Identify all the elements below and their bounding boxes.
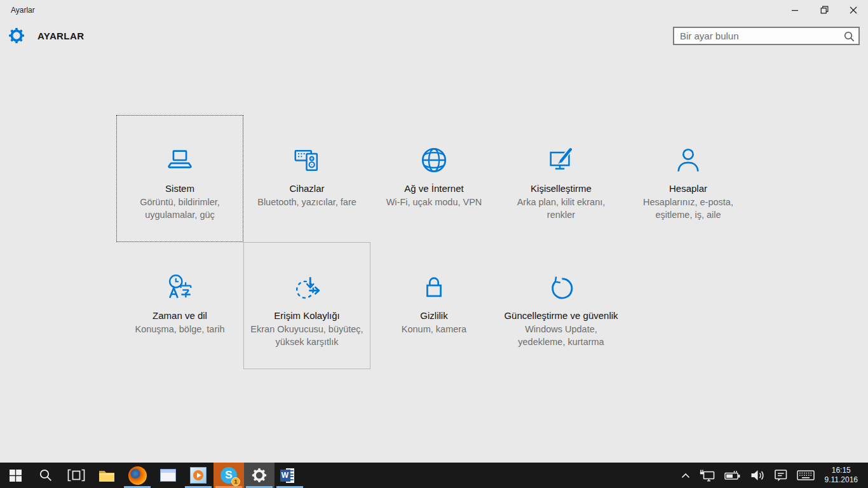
battery-tray-button[interactable] [720,463,745,488]
tile-ag-ve-internet[interactable]: Ağ ve İnternet Wi-Fi, uçak modu, VPN [370,115,498,242]
search-input[interactable] [674,30,839,41]
ease-of-access-icon [292,273,322,302]
search-button[interactable] [839,28,858,44]
file-explorer-button[interactable] [92,463,122,488]
tray-date: 9.11.2016 [825,475,858,485]
taskbar-clock[interactable]: 16:15 9.11.2016 [819,466,865,485]
tile-title: Zaman ve dil [153,309,207,322]
action-center-button[interactable] [770,463,792,488]
tray-overflow-button[interactable] [676,463,695,488]
tile-gizlilik[interactable]: Gizlilik Konum, kamera [370,242,498,369]
taskbar-search-button[interactable] [31,463,61,488]
task-view-button[interactable] [61,463,92,488]
restore-icon [820,6,829,14]
tile-title: Güncelleştirme ve güvenlik [504,309,618,322]
speaker-icon [750,469,765,482]
window-app-icon [160,469,176,482]
page-title: AYARLAR [37,30,84,41]
settings-categories-grid: Sistem Görüntü, bildirimler, uygulamalar… [116,115,752,369]
window-controls [780,0,868,20]
close-icon [850,6,857,14]
settings-gear-icon [8,27,25,44]
tile-cihazlar[interactable]: Cihazlar Bluetooth, yazıcılar, fare [243,115,370,242]
tile-title: Ağ ve İnternet [404,182,463,195]
windows-logo-icon [10,470,22,482]
skype-notification-badge: 1 [231,477,240,486]
taskbar: S 1 W [0,463,868,488]
minimize-icon [791,6,799,14]
media-player-button[interactable] [183,463,214,488]
touch-keyboard-button[interactable] [792,463,819,488]
firefox-icon [128,466,147,485]
tile-subtitle: Konum, kamera [402,323,466,336]
media-player-icon [190,467,207,484]
start-button[interactable] [0,463,31,488]
lock-icon [419,273,449,302]
tile-subtitle: Ekran Okuyucusu, büyüteç, yüksek karşıtl… [248,323,366,348]
personalization-icon [546,146,576,175]
search-box [673,27,860,45]
tile-title: Cihazlar [289,182,324,195]
tile-hesaplar[interactable]: Hesaplar Hesaplarınız, e-posta, eşitleme… [625,115,752,242]
word-icon: W [286,468,294,483]
word-button[interactable]: W [275,463,305,488]
tray-time: 16:15 [832,466,851,475]
laptop-icon [165,146,194,175]
tile-subtitle: Windows Update, yedekleme, kurtarma [502,323,620,348]
gear-icon [251,467,268,484]
minimize-button[interactable] [780,0,810,20]
window-title: Ayarlar [11,6,35,15]
tile-title: Sistem [165,182,194,195]
window-app-button[interactable] [153,463,183,488]
network-icon [700,469,715,482]
system-tray: 16:15 9.11.2016 [676,463,868,488]
tile-subtitle: Wi-Fi, uçak modu, VPN [386,196,482,208]
tile-subtitle: Görüntü, bildirimler, uygulamalar, güç [121,196,239,221]
tile-title: Erişim Kolaylığı [274,309,339,322]
tile-zaman-ve-dil[interactable]: Zaman ve dil Konuşma, bölge, tarih [116,242,243,369]
close-button[interactable] [839,0,868,20]
volume-tray-button[interactable] [745,463,770,488]
action-center-icon [774,469,788,482]
firefox-button[interactable] [122,463,153,488]
tile-title: Hesaplar [669,182,707,195]
skype-button[interactable]: S 1 [214,463,244,488]
tile-subtitle: Arka plan, kilit ekranı, renkler [502,196,620,221]
tile-title: Kişiselleştirme [531,182,592,195]
tile-subtitle: Hesaplarınız, e-posta, eşitleme, iş, ail… [629,196,747,221]
restore-button[interactable] [810,0,839,20]
tile-erisim-kolayligi[interactable]: Erişim Kolaylığı Ekran Okuyucusu, büyüte… [243,242,370,369]
keyboard-icon [797,470,815,481]
tile-subtitle: Bluetooth, yazıcılar, fare [257,196,356,208]
person-icon [674,146,703,175]
battery-charging-icon [724,470,741,481]
update-icon [546,273,576,302]
tile-kisisellestirme[interactable]: Kişiselleştirme Arka plan, kilit ekranı,… [498,115,625,242]
folder-icon [98,469,115,482]
tile-title: Gizlilik [420,309,447,322]
tile-guncellestirme-ve-guvenlik[interactable]: Güncelleştirme ve güvenlik Windows Updat… [498,242,625,369]
devices-icon [292,146,322,175]
task-view-icon [67,469,85,482]
globe-icon [419,146,449,175]
tile-subtitle: Konuşma, bölge, tarih [135,323,224,336]
time-language-icon [165,273,194,302]
settings-taskbar-button[interactable] [244,463,275,488]
search-icon [39,468,53,482]
chevron-up-icon [681,472,691,479]
tile-sistem[interactable]: Sistem Görüntü, bildirimler, uygulamalar… [116,115,243,242]
search-icon [843,30,855,42]
network-tray-button[interactable] [695,463,720,488]
